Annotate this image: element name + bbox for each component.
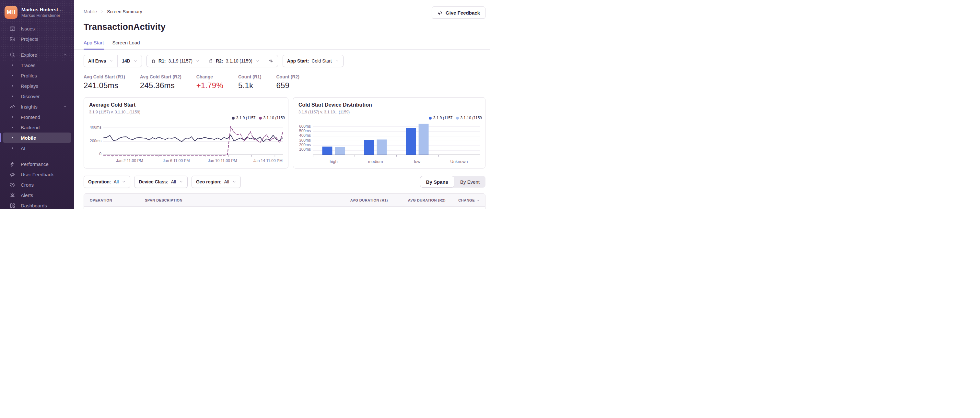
line-chart-area[interactable]: [103, 123, 283, 157]
bullet-icon: [8, 148, 16, 149]
sidebar-item-replays[interactable]: Replays: [0, 81, 74, 91]
primary-filter-row: All Envs 14D R1: 3.1.9 (1157): [84, 55, 485, 67]
sidebar-item-performance[interactable]: Performance: [0, 159, 74, 169]
legend-dot: [456, 117, 459, 119]
sidebar-group-explore[interactable]: Explore: [0, 49, 74, 60]
chevron-up-icon: [63, 52, 67, 57]
sidebar-item-profiles[interactable]: Profiles: [0, 70, 74, 81]
release-r2-selector[interactable]: R2: 3.1.10 (1159): [204, 55, 264, 67]
metrics-row: Avg Cold Start (R1) 241.05ms Avg Cold St…: [84, 74, 485, 90]
release-r1-selector[interactable]: R1: 3.1.9 (1157): [147, 55, 204, 67]
release-r1-prefix: R1:: [159, 58, 166, 64]
y-tick: 400ms: [299, 133, 311, 138]
app-start-type-label: App Start:: [287, 58, 309, 64]
chart-subtitle: 3.1.9 (1157) v. 3.1.10…(1159): [299, 110, 480, 114]
chart-legend: 3.1.9 (1157 3.1.10 (1159: [429, 116, 482, 120]
sidebar-item-alerts[interactable]: Alerts: [0, 190, 74, 200]
x-tick: Jan 14 11:00 PM: [253, 159, 283, 163]
chevron-down-icon: [179, 180, 183, 184]
operation-filter-value: All: [114, 179, 119, 184]
column-avg-duration-r2[interactable]: AVG DURATION (R2): [388, 198, 445, 202]
release-icon: [208, 59, 213, 64]
sidebar-item-label: Discover: [21, 94, 40, 99]
y-axis-labels: 600ms 500ms 400ms 300ms 200ms 100ms: [299, 123, 313, 157]
metric-label: Count (R1): [238, 74, 261, 79]
sidebar-item-issues[interactable]: Issues: [0, 23, 74, 34]
chevron-right-icon: [100, 10, 104, 14]
org-user-switcher[interactable]: MH Markus Hinterst… Markus Hintersteiner: [0, 0, 74, 23]
megaphone-icon: [8, 172, 16, 178]
chart-title: Cold Start Device Distribution: [299, 102, 480, 108]
chart-subtitle: 3.1.9 (1157) v. 3.1.10…(1159): [89, 110, 283, 114]
sidebar-item-label: Backend: [21, 125, 40, 130]
release-r2-value: 3.1.10 (1159): [226, 58, 253, 64]
geo-region-filter-label: Geo region:: [196, 179, 222, 184]
tab-screen-load[interactable]: Screen Load: [113, 40, 140, 49]
metric-count-r1: Count (R1) 5.1k: [238, 74, 261, 90]
environment-filter[interactable]: All Envs: [84, 55, 117, 67]
give-feedback-button[interactable]: Give Feedback: [432, 6, 485, 19]
sidebar-group-insights[interactable]: Insights: [0, 102, 74, 112]
chevron-down-icon: [256, 59, 259, 63]
legend-item-r1: 3.1.9 (1157: [429, 116, 453, 120]
app-root: MH Markus Hinterst… Markus Hintersteiner…: [0, 0, 490, 209]
legend-label: 3.1.10 (1159: [264, 116, 285, 120]
bullet-icon: [8, 95, 16, 97]
sidebar-item-mobile[interactable]: Mobile: [3, 132, 71, 143]
x-axis-labels: Jan 2 11:00 PM Jan 6 11:00 PM Jan 10 11:…: [103, 159, 283, 165]
charts-row: Average Cold Start 3.1.9 (1157) v. 3.1.1…: [84, 97, 485, 168]
breadcrumb-mobile-link[interactable]: Mobile: [84, 9, 97, 14]
sidebar-item-label: AI: [21, 146, 25, 151]
category-label: Unknown: [438, 159, 480, 164]
lightning-icon: [8, 161, 16, 167]
release-r1-value: 3.1.9 (1157): [169, 58, 192, 64]
chevron-down-icon: [196, 59, 200, 63]
y-tick: 400ms: [90, 125, 102, 130]
device-class-filter[interactable]: Device Class: All: [135, 176, 187, 188]
main-content: Mobile Screen Summary Give Feedback Tran…: [74, 0, 490, 209]
avg-cold-start-chart-card: Average Cold Start 3.1.9 (1157) v. 3.1.1…: [84, 97, 288, 168]
pulse-icon: [8, 104, 16, 110]
sidebar-item-user-feedback[interactable]: User Feedback: [0, 169, 74, 180]
sidebar-item-label: Alerts: [21, 192, 33, 198]
sidebar-item-frontend[interactable]: Frontend: [0, 112, 74, 122]
geo-region-filter-value: All: [224, 179, 229, 184]
table-row[interactable]: contentprovider.load androidx.core.conte…: [84, 207, 485, 209]
sidebar-item-projects[interactable]: Projects: [0, 34, 74, 44]
chevron-down-icon: [335, 59, 339, 63]
metric-value: 659: [276, 81, 299, 90]
sidebar-item-crons[interactable]: Crons: [0, 180, 74, 190]
chart-title: Average Cold Start: [89, 102, 283, 108]
y-tick: 100ms: [299, 147, 311, 152]
release-compare-group: R1: 3.1.9 (1157) R2: 3.1.10 (1159): [146, 55, 278, 67]
metric-value: 241.05ms: [84, 81, 125, 90]
sidebar-item-dashboards[interactable]: Dashboards: [0, 200, 74, 209]
chevron-down-icon: [109, 59, 113, 63]
app-start-type-filter[interactable]: App Start: Cold Start: [283, 55, 343, 67]
sidebar: MH Markus Hinterst… Markus Hintersteiner…: [0, 0, 74, 209]
sidebar-item-backend[interactable]: Backend: [0, 122, 74, 132]
column-change[interactable]: CHANGE: [445, 198, 485, 202]
column-span-description[interactable]: SPAN DESCRIPTION: [145, 198, 330, 202]
legend-dot: [232, 117, 235, 119]
legend-label: 3.1.10 (1159: [460, 116, 482, 120]
geo-region-filter[interactable]: Geo region: All: [192, 176, 240, 188]
inbox-icon: [8, 25, 16, 32]
column-avg-duration-r1[interactable]: AVG DURATION (R1): [330, 198, 388, 202]
metric-label: Avg Cold Start (R1): [84, 74, 125, 79]
view-toggle-by-event[interactable]: By Event: [454, 176, 485, 188]
y-tick: 200ms: [299, 143, 311, 147]
sidebar-item-ai[interactable]: AI: [0, 143, 74, 153]
date-range-filter[interactable]: 14D: [117, 55, 142, 67]
tab-app-start[interactable]: App Start: [84, 40, 104, 49]
view-toggle-by-spans[interactable]: By Spans: [420, 176, 454, 188]
category-label: low: [396, 159, 438, 164]
bar-chart-area[interactable]: [313, 123, 480, 157]
column-operation[interactable]: OPERATION: [84, 198, 145, 202]
operation-filter[interactable]: Operation: All: [84, 176, 130, 188]
active-item-indicator: [0, 133, 1, 142]
sidebar-item-discover[interactable]: Discover: [0, 91, 74, 102]
swap-releases-button[interactable]: [264, 55, 278, 67]
legend-item-r2: 3.1.10 (1159: [456, 116, 482, 120]
sidebar-item-traces[interactable]: Traces: [0, 60, 74, 70]
